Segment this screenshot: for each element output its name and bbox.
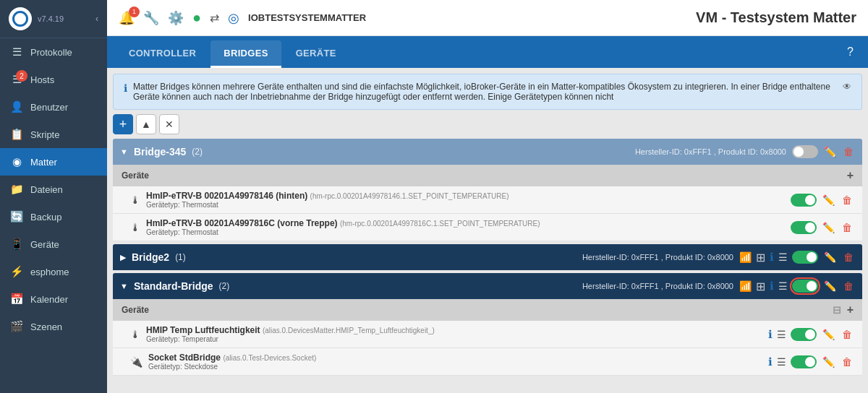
device-1-toggle[interactable] [791, 221, 817, 234]
status-dot: ● [192, 9, 201, 26]
device-1-edit-icon[interactable]: ✏️ [821, 220, 836, 235]
page-title: VM - Testsystem Matter [696, 9, 856, 26]
bridge-2-delete-icon[interactable]: 🗑 [842, 250, 855, 264]
sidebar-item-protokolle[interactable]: ☰ Protokolle [0, 38, 107, 66]
device-1-delete-icon[interactable]: 🗑 [841, 220, 854, 235]
standard-bridge-chevron: ▼ [120, 282, 128, 290]
sidebar-nav: ☰ Protokolle ☰ Hosts 2 👤 Benutzer 📋 Skri… [0, 38, 107, 393]
backup-icon: 🔄 [10, 210, 23, 223]
dev-info2-icon[interactable]: ℹ [768, 355, 773, 368]
toolbar: + ▲ ✕ [107, 110, 868, 139]
grid2-icon[interactable]: ⊞ [756, 280, 765, 293]
device-0-delete-icon[interactable]: 🗑 [841, 193, 854, 207]
device-0-toggle[interactable] [791, 194, 817, 207]
tab-bridges[interactable]: BRIDGES [210, 40, 281, 68]
matter-icon: ◉ [10, 155, 23, 168]
sidebar-item-esphome[interactable]: ⚡ esphome [0, 258, 107, 285]
sidebar-item-dateien[interactable]: 📁 Dateien [0, 176, 107, 203]
bridge-2-toggle[interactable] [792, 251, 818, 264]
socket-icon: 🔌 [130, 356, 142, 368]
move-up-button[interactable]: ▲ [136, 114, 156, 134]
sidebar-item-backup[interactable]: 🔄 Backup [0, 203, 107, 230]
device-info: HmIP-eTRV-B 00201A49978146 (hinten) (hm-… [146, 191, 785, 209]
grid-icon[interactable]: ⊞ [756, 251, 765, 264]
thermostat2-icon: 🌡 [130, 222, 140, 233]
bridge-2-count: (1) [175, 252, 186, 262]
wifi-icon: 📶 [739, 251, 752, 263]
bridge-345-edit-icon[interactable]: ✏️ [822, 144, 838, 159]
sidebar-item-szenen[interactable]: 🎬 Szenen [0, 313, 107, 340]
temp-icon: 🌡 [130, 329, 140, 340]
device-3-toggle[interactable] [791, 355, 817, 368]
notification-badge: 1 [129, 7, 140, 17]
esphome-icon: ⚡ [10, 265, 23, 278]
standard-bridge-edit-icon[interactable]: ✏️ [822, 279, 838, 293]
sidebar-item-label: Dateien [30, 184, 63, 195]
standard-bridge-content: Geräte ⊟ + 🌡 HMIP Temp Luftfeuchtigkeit … [113, 299, 862, 376]
info2-btn[interactable]: ℹ [770, 280, 774, 293]
standard-bridge-delete-icon[interactable]: 🗑 [842, 279, 855, 293]
list-view2-icon[interactable]: ☰ [778, 280, 788, 292]
bridge-345-chevron: ▼ [120, 147, 128, 156]
bridge-345-delete-icon[interactable]: 🗑 [842, 144, 855, 159]
standard-bridge-header[interactable]: ▼ Standard-Bridge (2) Hersteller-ID: 0xF… [113, 273, 862, 299]
iobroker-icon[interactable]: ◎ [228, 10, 239, 26]
help-icon[interactable]: ? [841, 40, 859, 64]
calendar-icon: 📅 [10, 293, 23, 306]
bridge-345-add-device[interactable]: + [847, 169, 854, 182]
device-alias2: (alias.0.Test-Devices.Socket) [223, 354, 316, 362]
device-type: Gerätetyp: Thermostat [146, 228, 785, 236]
sync-icon[interactable]: ⇄ [210, 11, 219, 25]
standard-bridge-toggle[interactable] [792, 280, 818, 293]
device-row: 🌡 HMIP Temp Luftfeuchtigkeit (alias.0.De… [113, 321, 862, 348]
info-btn[interactable]: ℹ [770, 251, 774, 264]
sidebar-item-label: esphome [30, 267, 69, 277]
list-view-icon[interactable]: ☰ [778, 251, 788, 263]
device-2-toggle[interactable] [791, 328, 817, 341]
sidebar-item-kalender[interactable]: 📅 Kalender [0, 285, 107, 313]
eye-icon[interactable]: 👁 [843, 82, 851, 92]
bridge-345-toggle[interactable] [792, 145, 818, 158]
add-button[interactable]: + [113, 114, 133, 134]
bridge-2-meta: Hersteller-ID: 0xFFF1 , Produkt ID: 0x80… [582, 253, 733, 262]
gear-icon[interactable]: ⚙️ [168, 10, 184, 26]
wrench-icon[interactable]: 🔧 [143, 10, 159, 26]
delete-button[interactable]: ✕ [159, 114, 179, 134]
device-2-edit-icon[interactable]: ✏️ [821, 327, 836, 342]
notification-icon[interactable]: 🔔 1 [119, 10, 135, 26]
bridge-2-header[interactable]: ▶ Bridge2 (1) Hersteller-ID: 0xFFF1 , Pr… [113, 244, 862, 270]
dev-list2-icon[interactable]: ☰ [777, 356, 786, 368]
sidebar-item-hosts[interactable]: ☰ Hosts 2 [0, 66, 107, 93]
sidebar-collapse-icon[interactable]: ‹ [95, 14, 98, 24]
bridge-2-edit-icon[interactable]: ✏️ [822, 250, 838, 264]
sidebar-item-label: Kalender [30, 294, 68, 305]
tab-geraete[interactable]: GERÄTE [283, 40, 349, 68]
devices-label2: Geräte [122, 305, 149, 315]
dev-info-icon[interactable]: ℹ [768, 328, 773, 341]
sidebar-item-label: Geräte [30, 239, 59, 250]
app-logo[interactable] [9, 7, 32, 30]
dev-list-icon[interactable]: ☰ [777, 329, 786, 340]
device-actions: ℹ ☰ ✏️ 🗑 [768, 327, 854, 342]
device-3-edit-icon[interactable]: ✏️ [821, 355, 836, 369]
device-3-delete-icon[interactable]: 🗑 [841, 355, 854, 369]
sidebar-item-matter[interactable]: ◉ Matter [0, 148, 107, 176]
device-info: HMIP Temp Luftfeuchtigkeit (alias.0.Devi… [146, 325, 762, 343]
bridge-345-section: ▼ Bridge-345 (2) Hersteller-ID: 0xFFF1 ,… [113, 139, 862, 241]
main-content: 🔔 1 🔧 ⚙️ ● ⇄ ◎ IOBTESTSYSTEMMATTER VM - … [107, 0, 868, 393]
device-2-delete-icon[interactable]: 🗑 [841, 327, 854, 342]
sidebar-item-label: Backup [30, 212, 61, 223]
topbar: 🔔 1 🔧 ⚙️ ● ⇄ ◎ IOBTESTSYSTEMMATTER VM - … [107, 0, 868, 36]
script-icon: 📋 [10, 128, 23, 141]
sidebar-item-skripte[interactable]: 📋 Skripte [0, 121, 107, 148]
sidebar-item-benutzer[interactable]: 👤 Benutzer [0, 93, 107, 121]
sidebar-item-geraete[interactable]: 📱 Geräte [0, 230, 107, 258]
sidebar-item-label: Szenen [30, 321, 62, 332]
device-0-edit-icon[interactable]: ✏️ [821, 193, 836, 207]
standard-bridge-add-device[interactable]: + [847, 303, 854, 316]
info-text: Matter Bridges können mehrere Geräte ent… [133, 82, 837, 102]
hosts-badge: 2 [16, 70, 27, 82]
bridge-345-header[interactable]: ▼ Bridge-345 (2) Hersteller-ID: 0xFFF1 ,… [113, 139, 862, 165]
tab-controller[interactable]: CONTROLLER [116, 40, 209, 68]
bridge-345-devices-header: Geräte + [113, 165, 862, 186]
